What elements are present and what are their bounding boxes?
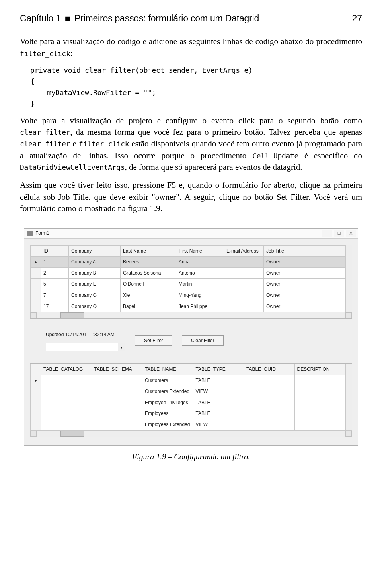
cell[interactable]: Bagel (121, 301, 176, 312)
cell[interactable]: Owner (264, 290, 345, 301)
row-header[interactable] (31, 268, 41, 279)
cell[interactable]: Owner (264, 279, 345, 290)
row-header[interactable] (31, 408, 41, 419)
cell[interactable] (224, 268, 264, 279)
scroll-left-icon[interactable] (30, 431, 37, 437)
table-row[interactable]: Employee PrivilegesTABLE (31, 397, 345, 408)
scroll-left-icon[interactable] (30, 312, 37, 318)
horizontal-scrollbar[interactable] (30, 430, 352, 437)
cell[interactable]: Customers (142, 375, 193, 386)
col-header[interactable]: TABLE_SCHEMA (92, 364, 142, 375)
col-header[interactable]: Last Name (121, 245, 176, 257)
cell[interactable] (294, 397, 345, 408)
table-row[interactable]: Customers ExtendedVIEW (31, 386, 345, 397)
cell[interactable]: Owner (264, 301, 345, 312)
cell[interactable] (244, 386, 295, 397)
cell[interactable] (294, 386, 345, 397)
cell[interactable]: Company E (69, 279, 121, 290)
cell[interactable] (92, 375, 142, 386)
cell[interactable] (41, 397, 92, 408)
datagrid-schema[interactable]: TABLE_CATALOG TABLE_SCHEMA TABLE_NAME TA… (30, 363, 352, 437)
cell[interactable] (41, 419, 92, 430)
col-header[interactable]: Company (69, 245, 121, 257)
cell[interactable]: Gratacos Solsona (121, 268, 176, 279)
cell[interactable] (244, 397, 295, 408)
cell[interactable]: Ming-Yang (176, 290, 224, 301)
col-header[interactable]: Job Title (264, 245, 345, 257)
set-filter-button[interactable]: Set Filter (135, 335, 172, 346)
cell[interactable]: VIEW (193, 386, 244, 397)
chevron-down-icon[interactable]: ▾ (118, 343, 125, 351)
cell[interactable]: Antonio (176, 268, 224, 279)
row-header[interactable] (31, 290, 41, 301)
close-button[interactable]: X (346, 230, 356, 237)
scroll-thumb[interactable] (60, 431, 84, 437)
table-row[interactable]: Employees ExtendedVIEW (31, 419, 345, 430)
row-header[interactable] (31, 386, 41, 397)
cell[interactable]: Martin (176, 279, 224, 290)
row-header-corner[interactable] (31, 245, 41, 257)
col-header[interactable]: TABLE_CATALOG (41, 364, 92, 375)
row-header[interactable] (31, 397, 41, 408)
cell[interactable] (224, 257, 264, 268)
cell[interactable]: VIEW (193, 419, 244, 430)
datagrid-customers[interactable]: ID Company Last Name First Name E-mail A… (30, 245, 352, 319)
vertical-scrollbar[interactable] (345, 245, 352, 312)
scroll-right-icon[interactable] (345, 431, 352, 437)
cell[interactable] (224, 279, 264, 290)
cell[interactable] (41, 375, 92, 386)
cell[interactable]: Xie (121, 290, 176, 301)
col-header[interactable]: ID (41, 245, 69, 257)
col-header[interactable]: E-mail Address (224, 245, 264, 257)
table-row[interactable]: 17Company QBagelJean PhilippeOwner (31, 301, 345, 312)
cell[interactable] (41, 408, 92, 419)
cell[interactable]: Owner (264, 268, 345, 279)
table-row[interactable]: 7Company GXieMing-YangOwner (31, 290, 345, 301)
cell[interactable]: Anna (176, 257, 224, 268)
cell[interactable]: 5 (41, 279, 69, 290)
cell[interactable]: 2 (41, 268, 69, 279)
cell[interactable]: Company Q (69, 301, 121, 312)
cell[interactable] (294, 375, 345, 386)
cell[interactable]: Employee Privileges (142, 397, 193, 408)
col-header[interactable]: TABLE_GUID (244, 364, 295, 375)
scroll-thumb[interactable] (60, 312, 84, 318)
cell[interactable]: Employees Extended (142, 419, 193, 430)
cell[interactable]: Company B (69, 268, 121, 279)
cell[interactable] (92, 419, 142, 430)
combo-box[interactable]: ▾ (46, 343, 125, 351)
cell[interactable]: 7 (41, 290, 69, 301)
row-header[interactable] (31, 419, 41, 430)
cell[interactable] (244, 408, 295, 419)
cell[interactable]: O'Donnell (121, 279, 176, 290)
col-header[interactable]: DESCRIPTION (294, 364, 345, 375)
cell[interactable] (294, 408, 345, 419)
cell[interactable]: Company A (69, 257, 121, 268)
cell[interactable]: TABLE (193, 397, 244, 408)
row-header-corner[interactable] (31, 364, 41, 375)
row-header[interactable]: ▸ (31, 257, 41, 268)
row-header[interactable]: ▸ (31, 375, 41, 386)
col-header[interactable]: TABLE_NAME (142, 364, 193, 375)
row-header[interactable] (31, 279, 41, 290)
cell[interactable]: Owner (264, 257, 345, 268)
row-header[interactable] (31, 301, 41, 312)
cell[interactable] (224, 290, 264, 301)
table-row[interactable]: 2Company BGratacos SolsonaAntonioOwner (31, 268, 345, 279)
table-row[interactable]: ▸CustomersTABLE (31, 375, 345, 386)
horizontal-scrollbar[interactable] (30, 312, 352, 318)
cell[interactable]: TABLE (193, 408, 244, 419)
cell[interactable]: Customers Extended (142, 386, 193, 397)
minimize-button[interactable]: — (322, 230, 332, 237)
cell[interactable]: 1 (41, 257, 69, 268)
cell[interactable] (41, 386, 92, 397)
table-row[interactable]: EmployeesTABLE (31, 408, 345, 419)
cell[interactable] (92, 397, 142, 408)
scroll-right-icon[interactable] (345, 312, 352, 318)
vertical-scrollbar[interactable] (345, 364, 352, 430)
cell[interactable]: 17 (41, 301, 69, 312)
cell[interactable]: Bedecs (121, 257, 176, 268)
cell[interactable] (294, 419, 345, 430)
col-header[interactable]: First Name (176, 245, 224, 257)
table-row[interactable]: ▸1Company ABedecsAnnaOwner (31, 257, 345, 268)
